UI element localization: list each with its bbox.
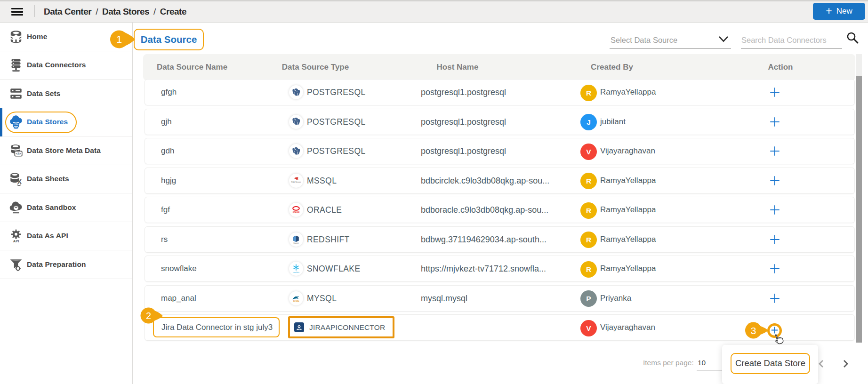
svg-text:SQL Server: SQL Server bbox=[291, 181, 301, 183]
svg-text:X: X bbox=[17, 178, 22, 185]
svg-text:snowflake: snowflake bbox=[293, 272, 299, 273]
svg-text:API: API bbox=[13, 240, 19, 244]
svg-text:3: 3 bbox=[751, 325, 756, 336]
svg-text:ORACLE: ORACLE bbox=[293, 211, 300, 213]
svg-text:Redshift: Redshift bbox=[294, 242, 299, 244]
svg-text:1: 1 bbox=[116, 33, 122, 45]
svg-text:2: 2 bbox=[146, 311, 151, 321]
svg-text:MySQL: MySQL bbox=[293, 300, 299, 302]
svg-text:</>: </> bbox=[16, 152, 21, 156]
